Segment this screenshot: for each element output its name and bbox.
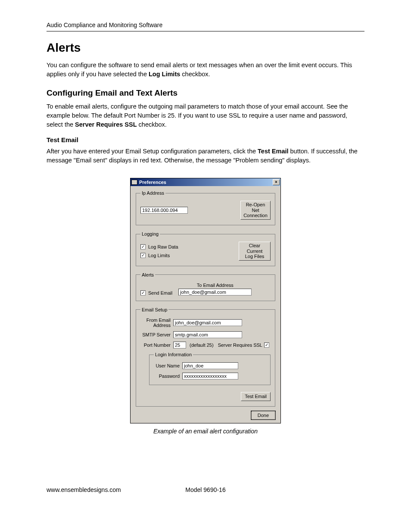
to-email-input[interactable] — [178, 289, 252, 296]
legend-email-setup: Email Setup — [140, 307, 168, 312]
btn-line: Log Files — [242, 254, 268, 259]
port-label: Port Number — [140, 342, 173, 348]
bold-log-limits: Log Limits — [149, 71, 180, 78]
legend-alerts: Alerts — [140, 272, 155, 277]
legend-login: Login Information — [154, 352, 193, 357]
group-login-info: Login Information User Name Password — [149, 352, 271, 385]
done-button[interactable]: Done — [251, 411, 275, 420]
from-email-input[interactable] — [173, 319, 242, 326]
btn-line: Connection — [243, 213, 268, 218]
checkbox-label: Send Email — [148, 290, 172, 296]
preferences-dialog: Preferences × Ip Address Re-Open Net Con… — [130, 178, 281, 423]
heading-configuring: Configuring Email and Text Alerts — [47, 88, 364, 98]
footer-model: Model 9690-16 — [185, 486, 225, 493]
btn-line: Re-Open Net — [243, 202, 268, 213]
username-label: User Name — [154, 363, 182, 368]
password-input[interactable] — [182, 373, 238, 380]
smtp-input[interactable] — [173, 331, 242, 338]
checkbox-label: Log Raw Data — [148, 244, 178, 249]
text: checkbox. — [180, 71, 210, 78]
figure-caption: Example of an email alert configuration — [47, 428, 364, 435]
text: Address — [140, 323, 171, 328]
checkbox-label: Log Limits — [148, 253, 170, 258]
password-label: Password — [154, 373, 182, 379]
footer-url: www.ensembledesigns.com — [47, 486, 121, 493]
test-email-button[interactable]: Test Email — [241, 392, 271, 401]
paragraph-configuring: To enable email alerts, configure the ou… — [47, 102, 364, 129]
checkbox-icon: ✓ — [140, 290, 146, 296]
port-input[interactable] — [173, 342, 186, 348]
bold-test-email: Test Email — [258, 148, 288, 155]
close-icon[interactable]: × — [273, 179, 280, 185]
log-limits-checkbox[interactable]: ✓ Log Limits — [140, 253, 178, 258]
group-email-setup: Email Setup From Email Address SMTP Serv… — [136, 307, 275, 407]
log-raw-data-checkbox[interactable]: ✓ Log Raw Data — [140, 244, 178, 249]
from-email-label: From Email Address — [140, 317, 173, 328]
smtp-label: SMTP Server — [140, 332, 173, 337]
ssl-label: Server Requires SSL — [218, 342, 262, 348]
legend-ip: Ip Address — [140, 190, 165, 196]
clear-log-button[interactable]: Clear Current Log Files — [239, 242, 271, 261]
username-input[interactable] — [182, 362, 238, 369]
text: From Email — [140, 317, 171, 323]
titlebar[interactable]: Preferences × — [131, 178, 280, 186]
dialog-title: Preferences — [139, 180, 166, 185]
heading-test-email: Test Email — [47, 136, 364, 143]
port-default-label: (default 25) — [190, 342, 214, 348]
page-header: Audio Compliance and Monitoring Software — [47, 22, 364, 31]
text: checkbox. — [137, 121, 167, 128]
ssl-checkbox[interactable]: ✓ — [264, 342, 269, 348]
ip-address-input[interactable] — [140, 207, 188, 214]
group-alerts: Alerts ✓ Send Email To Email Address — [136, 272, 275, 301]
to-email-label: To Email Address — [178, 283, 252, 288]
checkbox-icon: ✓ — [140, 244, 146, 249]
group-logging: Logging ✓ Log Raw Data ✓ Log Limits — [136, 231, 275, 266]
legend-logging: Logging — [140, 231, 160, 236]
checkbox-icon: ✓ — [140, 253, 146, 258]
reopen-net-button[interactable]: Re-Open Net Connection — [240, 201, 271, 220]
group-ip-address: Ip Address Re-Open Net Connection — [136, 190, 275, 225]
send-email-checkbox[interactable]: ✓ Send Email — [140, 290, 172, 296]
bold-ssl: Server Requires SSL — [75, 121, 137, 128]
paragraph-intro: You can configure the software to send e… — [47, 61, 364, 79]
text: After you have entered your Email Setup … — [47, 148, 258, 155]
paragraph-test-email: After you have entered your Email Setup … — [47, 147, 364, 165]
heading-alerts: Alerts — [47, 41, 364, 55]
btn-line: Clear Current — [242, 243, 268, 254]
app-icon — [131, 180, 137, 185]
